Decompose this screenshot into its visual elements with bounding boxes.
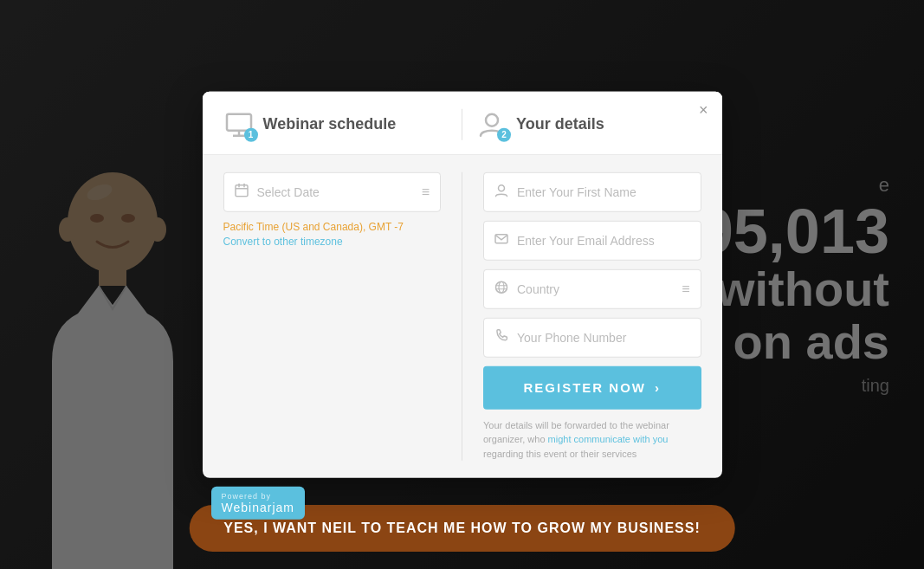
disclaimer-highlight: might communicate with you [548, 434, 669, 444]
calendar-icon [235, 183, 249, 200]
first-name-input[interactable] [517, 184, 690, 198]
email-input[interactable] [517, 233, 690, 247]
phone-input[interactable] [517, 330, 690, 344]
panel-left: ≡ Pacific Time (US and Canada), GMT -7 C… [223, 171, 462, 461]
phone-field[interactable] [483, 317, 701, 357]
modal-header: 1 Webinar schedule 2 Your details [203, 91, 722, 154]
header-divider [462, 108, 462, 139]
panel-right: ≡ REGISTER NOW › Your details will be fo… [462, 171, 701, 461]
email-icon [494, 231, 508, 249]
step1-title: Webinar schedule [263, 115, 397, 133]
menu-icon: ≡ [422, 184, 430, 199]
brand-part2: jam [272, 501, 294, 514]
country-input[interactable] [517, 281, 673, 295]
timezone-info: Pacific Time (US and Canada), GMT -7 Con… [223, 220, 442, 248]
select-date-input[interactable] [257, 184, 413, 198]
step2-header: 2 Your details [476, 108, 701, 139]
phone-icon [494, 328, 508, 346]
powered-label: Powered by [222, 492, 272, 501]
timezone-text: Pacific Time (US and Canada), GMT -7 [223, 220, 442, 232]
register-label: REGISTER NOW [523, 380, 646, 395]
register-button[interactable]: REGISTER NOW › [483, 365, 701, 409]
timezone-link[interactable]: Convert to other timezone [223, 235, 343, 247]
modal: × 1 Webinar schedule 2 [203, 91, 722, 478]
svg-point-17 [496, 281, 507, 293]
close-button[interactable]: × [699, 101, 708, 117]
step2-title: Your details [516, 115, 604, 133]
svg-point-18 [499, 281, 504, 293]
step1-header: 1 Webinar schedule [223, 108, 449, 139]
disclaimer-text: Your details will be forwarded to the we… [483, 417, 701, 461]
powered-by-badge: Powered by Webinarjam [211, 487, 305, 520]
svg-point-15 [499, 184, 505, 191]
select-date-field[interactable]: ≡ [223, 171, 442, 211]
disclaimer-part2: regarding this event or their services [483, 448, 636, 458]
country-menu-icon: ≡ [682, 281, 689, 296]
person-icon [494, 183, 508, 200]
brand-part1: Webinar [222, 501, 273, 514]
first-name-field[interactable] [483, 171, 701, 211]
svg-rect-11 [236, 184, 248, 196]
modal-body: ≡ Pacific Time (US and Canada), GMT -7 C… [203, 154, 722, 478]
step2-badge: 2 [497, 127, 511, 141]
country-field[interactable]: ≡ [483, 268, 701, 308]
step2-icon-wrapper: 2 [476, 108, 507, 139]
email-field[interactable] [483, 220, 701, 260]
globe-icon [494, 280, 508, 297]
step1-badge: 1 [244, 127, 258, 141]
step1-icon-wrapper: 1 [223, 108, 255, 139]
powered-brand: Webinarjam [222, 501, 294, 514]
register-arrow-icon: › [655, 380, 661, 395]
svg-point-10 [486, 113, 498, 126]
